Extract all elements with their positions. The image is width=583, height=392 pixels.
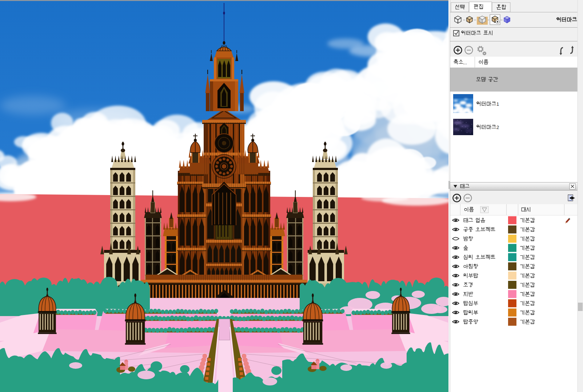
svg-text:1: 1	[496, 101, 499, 107]
svg-text:2: 2	[496, 125, 499, 130]
svg-text:...: ...	[463, 60, 467, 65]
